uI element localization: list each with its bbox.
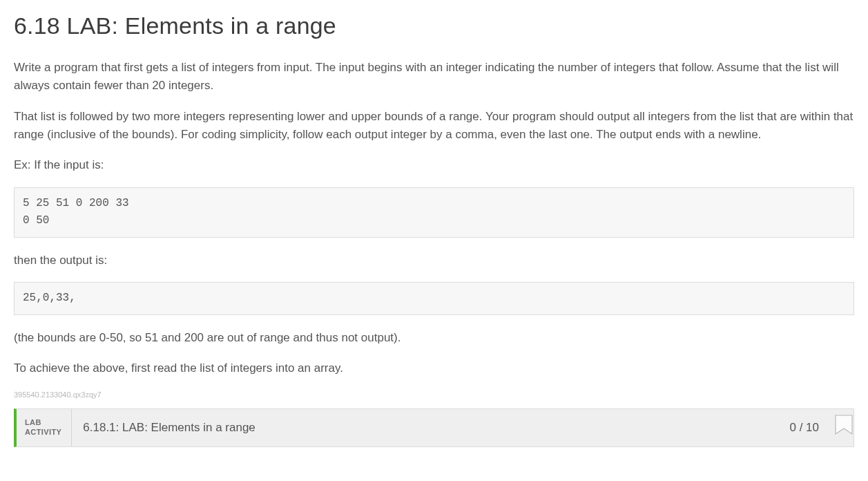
meta-id: 395540.2133040.qx3zqy7	[14, 390, 854, 399]
example-output-code: 25,0,33,	[14, 282, 854, 315]
lab-activity-bar: LAB ACTIVITY 6.18.1: LAB: Elements in a …	[14, 408, 854, 447]
lab-activity-label: LAB ACTIVITY	[17, 409, 72, 446]
instruction-paragraph: To achieve the above, first read the lis…	[14, 359, 854, 377]
bookmark-icon[interactable]	[834, 415, 853, 438]
lab-activity-title: 6.18.1: LAB: Elements in a range	[72, 409, 789, 446]
example-intro: Ex: If the input is:	[14, 156, 854, 174]
lab-label-line1: LAB	[25, 418, 61, 428]
example-input-code: 5 25 51 0 200 33 0 50	[14, 187, 854, 238]
output-intro: then the output is:	[14, 252, 854, 270]
explanation-paragraph: (the bounds are 0-50, so 51 and 200 are …	[14, 329, 854, 347]
intro-paragraph-2: That list is followed by two more intege…	[14, 108, 854, 144]
intro-paragraph-1: Write a program that first gets a list o…	[14, 59, 854, 95]
lab-label-line2: ACTIVITY	[25, 428, 61, 437]
lab-score: 0 / 10	[789, 409, 827, 446]
page-title: 6.18 LAB: Elements in a range	[14, 12, 854, 39]
